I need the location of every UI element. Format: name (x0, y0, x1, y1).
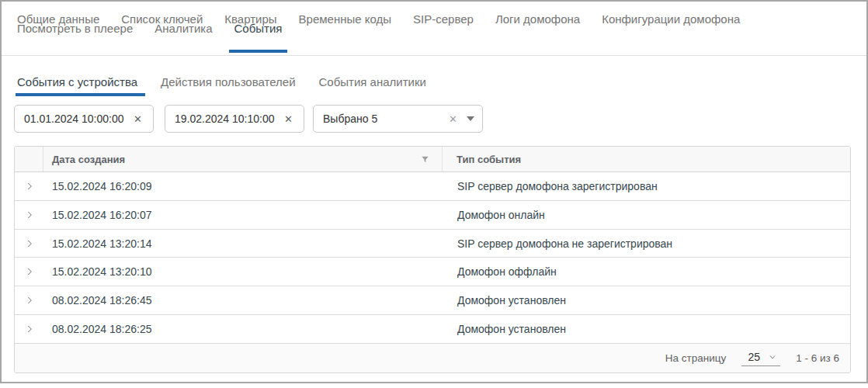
table-row[interactable]: 08.02.2024 18:26:25 Домофон установлен (15, 315, 850, 344)
page-range-label: 1 - 6 из 6 (796, 352, 839, 364)
tab-events[interactable]: События (234, 4, 283, 53)
events-subtabs: События с устройства Действия пользовате… (17, 72, 426, 96)
row-event-type: SIP сервер домофона не зарегистрирован (443, 237, 850, 250)
event-type-select-value: Выбрано 5 (323, 113, 446, 125)
table-header: Дата создания Тип события (15, 147, 850, 172)
table-row[interactable]: 15.02.2024 16:20:09 SIP сервер домофона … (15, 172, 850, 201)
clear-icon[interactable]: ✕ (281, 113, 296, 126)
header-tab-block: Общие данные Список ключей Квартиры Врем… (2, 2, 866, 56)
row-date: 15.02.2024 13:20:14 (43, 237, 443, 250)
per-page-select[interactable]: 25 (741, 351, 780, 366)
row-expand-button[interactable] (15, 238, 43, 249)
row-date: 15.02.2024 16:20:09 (43, 180, 443, 192)
date-from-value[interactable]: 01.01.2024 10:00:00 (24, 113, 130, 125)
row-expand-button[interactable] (15, 324, 43, 334)
per-page-value: 25 (748, 351, 760, 363)
date-column-header: Дата создания (43, 147, 443, 171)
active-subtab-underline (16, 93, 145, 96)
date-to-input[interactable]: 19.02.2024 10:10:00 ✕ (165, 105, 304, 133)
row-event-type: Домофон установлен (443, 294, 850, 307)
table-row[interactable]: 15.02.2024 13:20:10 Домофон оффлайн (15, 258, 850, 286)
per-page-label: На страницу (665, 352, 726, 364)
type-column-header: Тип события (443, 147, 850, 171)
table-row[interactable]: 08.02.2024 18:26:45 Домофон установлен (15, 286, 850, 315)
row-event-type: SIP сервер домофона зарегистрирован (443, 180, 850, 192)
chevron-down-icon (768, 352, 777, 362)
date-from-input[interactable]: 01.01.2024 10:00:00 ✕ (14, 105, 154, 133)
table-body: 15.02.2024 16:20:09 SIP сервер домофона … (15, 172, 850, 344)
filter-funnel-icon[interactable] (421, 155, 429, 164)
table-row[interactable]: 15.02.2024 13:20:14 SIP сервер домофона … (15, 230, 850, 258)
date-column-label: Дата создания (52, 154, 125, 165)
row-date: 15.02.2024 13:20:10 (43, 265, 443, 278)
row-event-type: Домофон онлайн (443, 209, 850, 221)
row-expand-button[interactable] (15, 210, 43, 220)
row-expand-button[interactable] (15, 266, 43, 277)
row-date: 08.02.2024 18:26:45 (43, 294, 443, 307)
expand-column-header (15, 147, 43, 171)
tab-view-in-player[interactable]: Посмотреть в плеере (17, 4, 133, 53)
row-event-type: Домофон оффлайн (443, 265, 850, 278)
row-expand-button[interactable] (15, 295, 43, 306)
chevron-down-icon[interactable] (467, 116, 474, 121)
active-tab-underline (229, 50, 288, 53)
date-to-value[interactable]: 19.02.2024 10:10:00 (175, 113, 281, 125)
subtab-user-actions[interactable]: Действия пользователей (161, 72, 295, 96)
table-pagination: На страницу 25 1 - 6 из 6 (15, 344, 850, 372)
type-column-label: Тип события (457, 154, 521, 165)
event-type-select[interactable]: Выбрано 5 ✕ (313, 105, 483, 133)
clear-icon[interactable]: ✕ (446, 113, 460, 126)
row-expand-button[interactable] (15, 181, 43, 192)
subtab-analytics-events[interactable]: События аналитики (319, 72, 426, 96)
page: Общие данные Список ключей Квартиры Врем… (0, 0, 868, 383)
table-row[interactable]: 15.02.2024 16:20:07 Домофон онлайн (15, 201, 850, 230)
subtab-device-events[interactable]: События с устройства (17, 72, 137, 96)
row-date: 15.02.2024 16:20:07 (43, 209, 443, 221)
secondary-tabbar: Посмотреть в плеере Аналитика События (17, 2, 859, 55)
row-event-type: Домофон установлен (443, 323, 850, 335)
tab-analytics[interactable]: Аналитика (155, 4, 212, 53)
row-date: 08.02.2024 18:26:25 (43, 323, 443, 335)
clear-icon[interactable]: ✕ (130, 113, 145, 126)
events-table: Дата создания Тип события 15.02.2024 16:… (14, 146, 851, 373)
